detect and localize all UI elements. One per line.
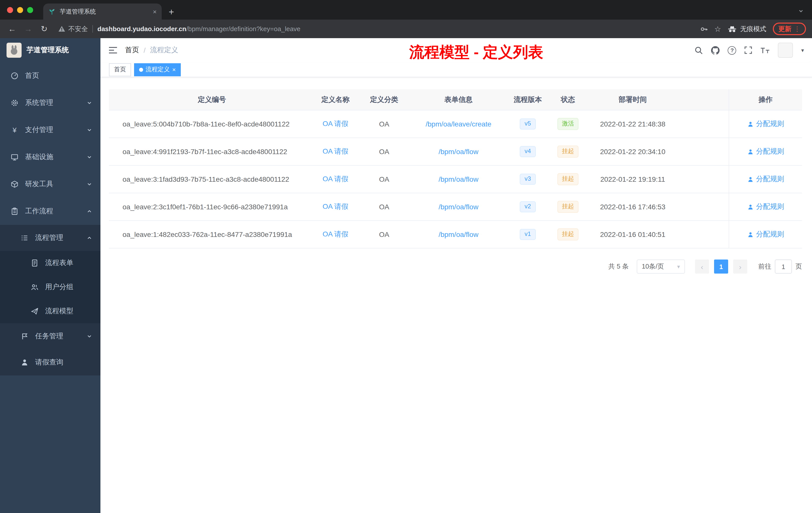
tab-search-chevron-icon[interactable] — [798, 8, 804, 14]
url-host: dashboard.yudao.iocoder.cn — [97, 25, 186, 33]
version-badge[interactable]: v2 — [520, 201, 536, 212]
definition-name-link[interactable]: OA 请假 — [323, 147, 348, 156]
incognito-badge: 无痕模式 — [728, 24, 766, 33]
warning-triangle-icon — [58, 26, 65, 32]
back-button[interactable]: ← — [6, 25, 18, 33]
page-size-select[interactable]: 10条/页 ▾ — [637, 260, 685, 274]
assign-rule-link[interactable]: 分配规则 — [747, 202, 784, 211]
new-tab-button[interactable]: + — [169, 7, 174, 17]
sidebar-item-payment-management[interactable]: ¥ 支付管理 — [0, 117, 100, 144]
sidebar-item-task-management[interactable]: 任务管理 — [0, 323, 100, 350]
list-icon — [20, 234, 29, 242]
sidebar-item-dev-tools[interactable]: 研发工具 — [0, 171, 100, 198]
version-badge[interactable]: v4 — [520, 146, 536, 157]
pagination-total: 共 5 条 — [608, 262, 629, 271]
browser-menu-kebab-icon[interactable]: ⋮ — [794, 25, 801, 33]
table-header-row: 定义编号 定义名称 定义分类 表单信息 流程版本 状态 部署时间 操作 — [109, 89, 802, 111]
sidebar-item-leave-query[interactable]: 请假查询 — [0, 350, 100, 375]
chevron-down-icon — [86, 100, 92, 106]
goto-page-input[interactable] — [775, 260, 792, 274]
sidebar-logo[interactable]: 芋道管理系统 — [0, 38, 100, 62]
page-content: 定义编号 定义名称 定义分类 表单信息 流程版本 状态 部署时间 操作 oa_l… — [100, 77, 812, 274]
password-key-icon[interactable] — [700, 25, 708, 33]
users-icon — [30, 283, 39, 291]
sidebar-item-process-model[interactable]: 流程模型 — [0, 299, 100, 323]
assign-rule-link[interactable]: 分配规则 — [747, 119, 784, 128]
sidebar-item-workflow[interactable]: 工作流程 — [0, 198, 100, 225]
definition-name-link[interactable]: OA 请假 — [323, 202, 348, 211]
chevron-down-icon — [86, 181, 92, 187]
close-window-button[interactable] — [7, 7, 13, 13]
table-row: oa_leave:1:482ec033-762a-11ec-8477-a2380… — [109, 221, 802, 248]
goto-unit: 页 — [795, 262, 802, 271]
help-icon[interactable]: ? — [728, 46, 736, 55]
cell-category: OA — [356, 138, 412, 165]
browser-tab[interactable]: 芋道管理系统 × — [43, 3, 162, 20]
address-bar[interactable]: 不安全 dashboard.yudao.iocoder.cn/bpm/manag… — [58, 24, 696, 33]
assign-rule-link[interactable]: 分配规则 — [747, 175, 784, 184]
tag-process-definition[interactable]: 流程定义 × — [134, 63, 181, 76]
cell-definition-id: oa_leave:3:1fad3d93-7b75-11ec-a3c8-acde4… — [109, 165, 315, 193]
flag-icon — [20, 332, 29, 340]
sidebar-item-user-group[interactable]: 用户分组 — [0, 275, 100, 299]
table-row: oa_leave:3:1fad3d93-7b75-11ec-a3c8-acde4… — [109, 165, 802, 193]
reload-button[interactable]: ↻ — [38, 25, 50, 33]
sidebar-item-infrastructure[interactable]: 基础设施 — [0, 144, 100, 171]
form-link[interactable]: /bpm/oa/flow — [439, 231, 478, 238]
form-link[interactable]: /bpm/oa/flow — [439, 148, 478, 156]
tag-home[interactable]: 首页 — [109, 63, 131, 76]
avatar-caret-down-icon[interactable]: ▾ — [801, 47, 804, 54]
form-link[interactable]: /bpm/oa/flow — [439, 203, 478, 211]
assign-rule-link[interactable]: 分配规则 — [747, 230, 784, 239]
github-icon[interactable] — [711, 46, 720, 55]
tab-title: 芋道管理系统 — [60, 7, 149, 16]
version-badge[interactable]: v3 — [520, 174, 536, 184]
definition-name-link[interactable]: OA 请假 — [323, 230, 348, 239]
table-row: oa_leave:2:3c1f0ef1-76b1-11ec-9c66-a2380… — [109, 193, 802, 221]
table-row: oa_leave:4:991f2193-7b7f-11ec-a3c8-acde4… — [109, 138, 802, 165]
breadcrumb: 首页 / 流程定义 — [125, 46, 178, 55]
cell-category: OA — [356, 221, 412, 248]
breadcrumb-current: 流程定义 — [150, 46, 178, 55]
update-browser-button[interactable]: 更新 ⋮ — [773, 23, 806, 35]
forward-button[interactable]: → — [22, 25, 34, 33]
font-size-icon[interactable] — [760, 46, 770, 54]
zoom-window-button[interactable] — [27, 7, 33, 13]
application-window: 芋道管理系统 × + ← → ↻ 不安全 dashboard.yudao.ioc… — [0, 0, 812, 513]
tag-close-icon[interactable]: × — [172, 66, 176, 72]
form-link[interactable]: /bpm/oa/leave/create — [426, 120, 491, 128]
search-icon[interactable] — [695, 46, 703, 55]
minimize-window-button[interactable] — [17, 7, 23, 13]
col-definition-name: 定义名称 — [315, 89, 356, 110]
form-link[interactable]: /bpm/oa/flow — [439, 175, 478, 183]
url-text: dashboard.yudao.iocoder.cn/bpm/manager/d… — [97, 25, 300, 33]
prev-page-button[interactable]: ‹ — [695, 260, 709, 274]
goto-page-group: 前往 页 — [758, 260, 802, 274]
sidebar-item-process-management[interactable]: 流程管理 — [0, 225, 100, 251]
bookmark-star-icon[interactable]: ☆ — [714, 24, 721, 33]
sidebar-item-process-form[interactable]: 流程表单 — [0, 251, 100, 275]
version-badge[interactable]: v5 — [520, 118, 536, 129]
current-page-button[interactable]: 1 — [714, 260, 728, 274]
security-status[interactable]: 不安全 — [58, 24, 88, 33]
breadcrumb-home[interactable]: 首页 — [125, 46, 139, 55]
hamburger-icon[interactable] — [109, 46, 117, 54]
col-process-version: 流程版本 — [505, 89, 551, 110]
user-avatar[interactable] — [778, 43, 793, 58]
tab-close-icon[interactable]: × — [153, 8, 157, 15]
definition-name-link[interactable]: OA 请假 — [323, 119, 348, 128]
main-area: 首页 / 流程定义 流程模型 - 定义列表 ? — [100, 38, 812, 513]
next-page-button[interactable]: › — [733, 260, 747, 274]
cell-filler — [680, 111, 729, 138]
col-status: 状态 — [551, 89, 585, 110]
sidebar-item-system-management[interactable]: 系统管理 — [0, 89, 100, 117]
definition-name-link[interactable]: OA 请假 — [323, 175, 348, 184]
incognito-label: 无痕模式 — [740, 24, 766, 33]
assign-rule-link[interactable]: 分配规则 — [747, 147, 784, 156]
clipboard-icon — [10, 207, 19, 215]
cell-filler — [680, 221, 729, 248]
cube-icon — [10, 180, 19, 188]
version-badge[interactable]: v1 — [520, 229, 536, 240]
sidebar-item-home[interactable]: 首页 — [0, 62, 100, 89]
fullscreen-icon[interactable] — [745, 46, 753, 54]
